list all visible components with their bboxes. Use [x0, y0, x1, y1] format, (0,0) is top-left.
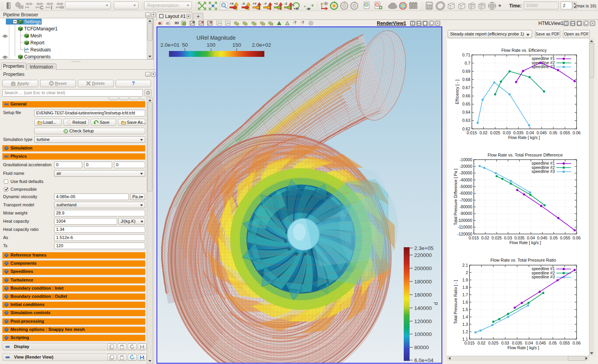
svg-text:+Z: +Z — [274, 2, 278, 5]
svg-text:1.9: 1.9 — [462, 278, 468, 282]
svg-text:0.02: 0.02 — [480, 130, 488, 135]
svg-text:0.02: 0.02 — [477, 341, 485, 345]
svg-text:C: C — [40, 5, 44, 9]
svg-text:1.4: 1.4 — [462, 315, 468, 319]
svg-text:1.2: 1.2 — [462, 329, 468, 334]
svg-text:0.035: 0.035 — [513, 130, 523, 135]
svg-text:0.68: 0.68 — [463, 77, 471, 82]
svg-text:-80000: -80000 — [459, 204, 472, 209]
svg-text:0.66: 0.66 — [463, 93, 471, 98]
svg-text:1.7: 1.7 — [462, 292, 468, 297]
svg-text:0.06: 0.06 — [573, 130, 581, 135]
svg-text:-Z: -Z — [284, 2, 287, 5]
svg-text:0.055: 0.055 — [560, 130, 570, 135]
svg-text:Flow Rate vs. Total Pressure R: Flow Rate vs. Total Pressure Ratio — [491, 258, 556, 262]
svg-text:-100000: -100000 — [457, 218, 472, 223]
svg-text:t: t — [51, 5, 52, 9]
svg-text:2.1: 2.1 — [462, 263, 468, 267]
svg-text:0.05: 0.05 — [549, 130, 558, 135]
svg-text:0.65: 0.65 — [463, 102, 471, 106]
svg-text:Flow Rate [ kg/s ]: Flow Rate [ kg/s ] — [507, 345, 539, 350]
svg-text:0.055: 0.055 — [559, 341, 570, 345]
svg-text:0.045: 0.045 — [537, 236, 547, 240]
svg-text:0.045: 0.045 — [536, 130, 547, 135]
svg-text:-X: -X — [242, 2, 245, 5]
svg-text:0.05: 0.05 — [550, 236, 558, 240]
svg-text:0.06: 0.06 — [573, 236, 581, 240]
svg-text:0.055: 0.055 — [560, 236, 570, 240]
svg-text:0.025: 0.025 — [488, 341, 498, 345]
svg-text:+Y: +Y — [253, 2, 257, 5]
svg-text:Total Pressure Difference [ Pa: Total Pressure Difference [ Pa ] — [453, 169, 458, 225]
svg-text:0.025: 0.025 — [492, 236, 502, 240]
svg-text:0.015: 0.015 — [467, 130, 477, 135]
svg-text:0.015: 0.015 — [464, 341, 475, 345]
svg-text:1.5: 1.5 — [462, 307, 468, 312]
svg-text:-30000: -30000 — [459, 171, 472, 175]
svg-text:Efficiency [ - ]: Efficiency [ - ] — [455, 80, 459, 104]
svg-text:0.04: 0.04 — [527, 236, 535, 240]
svg-text:0.71: 0.71 — [463, 53, 471, 57]
svg-text:speedline #3: speedline #3 — [531, 274, 555, 279]
svg-text:0.02: 0.02 — [481, 236, 489, 240]
svg-text:Total Pressure Ratio [ - ]: Total Pressure Ratio [ - ] — [453, 280, 458, 324]
svg-text:0.015: 0.015 — [469, 236, 479, 240]
svg-text:0.63: 0.63 — [463, 118, 471, 123]
svg-text:+90: +90 — [294, 7, 299, 10]
svg-text:-110000: -110000 — [457, 225, 472, 229]
svg-text:1.3: 1.3 — [462, 322, 468, 327]
svg-text:speedline #3: speedline #3 — [531, 169, 555, 174]
svg-text:0.03: 0.03 — [501, 341, 509, 345]
svg-text:0.025: 0.025 — [490, 130, 500, 135]
svg-text:0.04: 0.04 — [526, 130, 534, 135]
svg-text:-70000: -70000 — [459, 198, 472, 202]
svg-text:-90: -90 — [306, 7, 311, 10]
svg-text:Flow Rate [ kg/s ]: Flow Rate [ kg/s ] — [508, 135, 540, 140]
svg-text:0.04: 0.04 — [525, 341, 533, 345]
svg-text:0.67: 0.67 — [463, 85, 471, 90]
svg-text:0.035: 0.035 — [514, 236, 524, 240]
svg-text:-60000: -60000 — [459, 191, 472, 195]
svg-text:1.6: 1.6 — [462, 300, 468, 304]
svg-text:0.035: 0.035 — [512, 341, 522, 345]
svg-text:Flow Rate [ kg/s ]: Flow Rate [ kg/s ] — [509, 240, 541, 245]
svg-text:0.05: 0.05 — [549, 341, 557, 345]
svg-text:0.64: 0.64 — [463, 110, 471, 114]
svg-text:1.8: 1.8 — [462, 285, 468, 290]
svg-text:-90000: -90000 — [459, 211, 472, 216]
svg-text:Flow Rate vs. Efficiency: Flow Rate vs. Efficiency — [501, 48, 547, 53]
svg-text:0.03: 0.03 — [504, 236, 512, 240]
svg-text:0.7: 0.7 — [464, 61, 470, 65]
svg-text:0.06: 0.06 — [573, 341, 581, 345]
svg-text:+X: +X — [230, 2, 234, 5]
svg-text:-20000: -20000 — [459, 164, 472, 169]
svg-text:-40000: -40000 — [459, 178, 472, 182]
svg-text:0.045: 0.045 — [536, 341, 546, 345]
svg-text:Flow Rate vs. Total Pressure D: Flow Rate vs. Total Pressure Difference — [488, 153, 563, 157]
svg-text:-50000: -50000 — [459, 184, 472, 189]
svg-text:-10000: -10000 — [459, 157, 472, 162]
svg-text:0.03: 0.03 — [503, 130, 511, 135]
svg-text:0.69: 0.69 — [463, 69, 471, 74]
svg-text:2: 2 — [466, 270, 468, 275]
svg-text:-Y: -Y — [264, 2, 267, 5]
